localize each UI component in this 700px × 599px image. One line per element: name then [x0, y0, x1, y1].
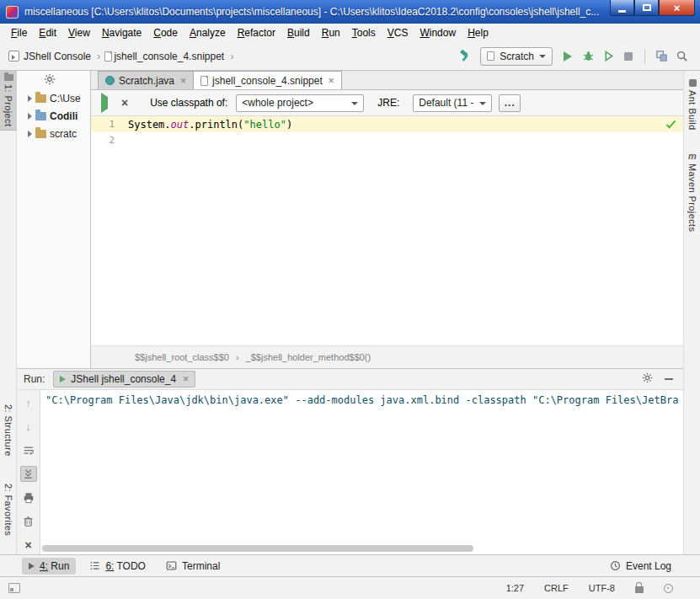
jre-label: JRE: [377, 97, 399, 109]
search-everywhere-icon[interactable] [671, 46, 692, 67]
menu-window[interactable]: Window [414, 24, 462, 41]
window-controls: × [610, 0, 695, 16]
breadcrumb-holder-method[interactable]: _$$jshell_holder_method$$0() [246, 352, 371, 362]
chevron-right-icon[interactable] [28, 131, 32, 137]
line-number: 2 [91, 135, 128, 146]
print-icon[interactable] [20, 489, 37, 505]
tab-scratch-java[interactable]: Scratch.java × [98, 71, 194, 89]
clear-all-trash-icon[interactable] [20, 513, 37, 529]
jre-value: Default (11 - [419, 97, 473, 109]
menu-tools[interactable]: Tools [346, 24, 382, 41]
bottom-tool-bar: 4: Run 6: TODO Terminal Event Log [0, 554, 700, 576]
tab-label: jshell_console_4.snippet [212, 75, 323, 87]
classpath-dropdown[interactable]: <whole project> [236, 94, 364, 112]
menu-help[interactable]: Help [462, 24, 494, 41]
editor-breadcrumbs: $$jshell_root_class$$0 › _$$jshell_holde… [91, 345, 683, 368]
toolwindow-maven-button[interactable]: m Maven Projects [684, 148, 700, 235]
menu-run[interactable]: Run [316, 24, 346, 41]
run-icon [60, 376, 66, 382]
run-console-output[interactable]: "C:\Program Files\Java\jdk\bin\java.exe"… [40, 390, 683, 554]
menu-code[interactable]: Code [147, 24, 184, 41]
toolwindow-project-button[interactable]: 1: Project [0, 71, 17, 131]
build-hammer-icon[interactable] [455, 46, 475, 67]
intellij-logo-icon [6, 6, 19, 19]
chevron-separator-icon: › [97, 50, 100, 62]
execute-snippet-icon[interactable] [101, 97, 108, 109]
scroll-to-end-icon[interactable] [20, 466, 37, 482]
toolwindow-switcher-icon[interactable] [8, 583, 20, 593]
run-configuration-label: Scratch [500, 51, 534, 62]
code-editor[interactable]: 1 System.out.println("hello") 2 [91, 116, 683, 345]
file-encoding[interactable]: UTF-8 [589, 583, 615, 593]
run-with-coverage-icon[interactable] [598, 46, 618, 67]
menu-refactor[interactable]: Refactor [232, 24, 281, 41]
breadcrumb-root-class[interactable]: $$jshell_root_class$$0 [135, 352, 229, 362]
editor-line[interactable]: 2 [91, 132, 683, 148]
hide-panel-icon[interactable] [665, 378, 673, 380]
gear-icon[interactable] [44, 73, 56, 88]
editor-line[interactable]: 1 System.out.println("hello") [91, 116, 683, 132]
maven-stripe-label: Maven Projects [687, 163, 697, 232]
close-button[interactable]: × [659, 0, 695, 16]
minimize-button[interactable] [610, 0, 634, 16]
inspections-ok-icon[interactable] [665, 120, 676, 129]
soft-wrap-icon[interactable] [20, 442, 37, 458]
close-tab-icon[interactable]: × [180, 76, 186, 86]
horizontal-scrollbar[interactable] [42, 545, 473, 552]
tab-jshell-snippet[interactable]: jshell_console_4.snippet × [193, 71, 342, 89]
folder-icon [35, 112, 46, 120]
menu-vcs[interactable]: VCS [382, 24, 414, 41]
run-console-tab[interactable]: JShell jshell_console_4 × [53, 371, 195, 388]
gear-icon[interactable] [642, 372, 653, 386]
classpath-value: <whole project> [242, 97, 313, 109]
run-configuration-selector[interactable]: Scratch [480, 47, 553, 66]
event-log-button[interactable]: Event Log [603, 558, 678, 575]
toolwindow-favorites-button[interactable]: 2: Favorites [0, 480, 17, 539]
folder-icon [35, 130, 46, 138]
snippet-file-icon [200, 76, 208, 86]
maven-icon: m [688, 152, 697, 160]
down-the-stack-icon[interactable]: ↓ [20, 419, 37, 435]
chevron-right-icon[interactable] [28, 95, 32, 102]
tree-item-project-root[interactable]: Codili [17, 107, 90, 125]
toolwindow-structure-button[interactable]: 2: Structure [0, 401, 17, 460]
menu-edit[interactable]: Edit [33, 24, 62, 41]
breadcrumb-snippet-file[interactable]: jshell_console_4.snippet [114, 51, 224, 62]
menu-build[interactable]: Build [281, 24, 316, 41]
status-bar: 1:27 CRLF UTF-8 [0, 576, 700, 599]
chevron-down-icon [539, 55, 546, 58]
lock-icon[interactable] [635, 586, 644, 593]
run-icon[interactable] [558, 46, 578, 67]
highlighting-level-icon[interactable] [664, 584, 673, 593]
close-icon[interactable]: × [121, 97, 128, 109]
tree-item-scratches[interactable]: C:\Use [17, 89, 90, 107]
close-tab-icon[interactable]: × [183, 374, 189, 384]
toolbar-separator [644, 49, 645, 64]
toolwindow-terminal-button[interactable]: Terminal [159, 558, 227, 575]
jre-dropdown[interactable]: Default (11 - [413, 94, 492, 112]
debug-bug-icon[interactable] [578, 46, 598, 67]
code-text: System.out.println("hello") [128, 119, 292, 131]
menu-file[interactable]: File [5, 24, 33, 41]
browse-jre-button[interactable]: ... [499, 94, 521, 112]
restore-layout-icon[interactable] [651, 46, 671, 67]
maximize-button[interactable] [634, 0, 659, 16]
up-the-stack-icon[interactable]: ↑ [20, 395, 37, 411]
breadcrumb-jshell-console[interactable]: JShell Console [24, 51, 91, 62]
toolwindow-todo-button[interactable]: 6: TODO [83, 558, 152, 575]
menu-navigate[interactable]: Navigate [96, 24, 147, 41]
run-icon [29, 563, 35, 570]
caret-position[interactable]: 1:27 [506, 583, 524, 593]
minimize-icon [618, 10, 626, 13]
close-console-icon[interactable]: × [20, 537, 37, 553]
toolwindow-ant-button[interactable]: Ant Build [684, 76, 700, 134]
tree-item-scratch-folder[interactable]: scratc [17, 125, 90, 142]
menu-analyze[interactable]: Analyze [184, 24, 232, 41]
line-separator[interactable]: CRLF [544, 583, 569, 593]
close-tab-icon[interactable]: × [329, 76, 334, 86]
menu-view[interactable]: View [62, 24, 96, 41]
project-stripe-label: 1: Project [3, 84, 13, 126]
chevron-right-icon[interactable] [28, 113, 32, 120]
toolwindow-run-button[interactable]: 4: Run [22, 558, 76, 575]
stop-icon[interactable] [618, 46, 639, 67]
